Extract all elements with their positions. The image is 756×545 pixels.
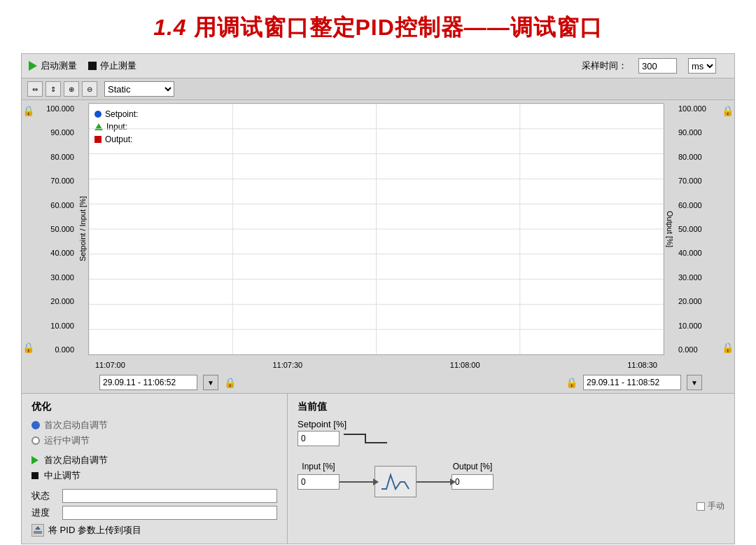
radio-first-start-label: 首次启动自调节 xyxy=(44,419,108,432)
stop-autotuning-button[interactable]: 中止调节 xyxy=(31,469,277,482)
optimization-panel: 优化 首次启动自调节 运行中调节 首次启动自调节 中止调节 xyxy=(22,394,288,544)
output-box: Output [%] 0 xyxy=(451,462,493,490)
output-value-box: 0 xyxy=(451,474,493,490)
date-end-lock-icon[interactable]: 🔒 xyxy=(566,377,578,388)
svg-marker-17 xyxy=(35,526,41,530)
manual-label: 手动 xyxy=(708,500,724,512)
date-start-dropdown-button[interactable]: ▼ xyxy=(203,375,218,390)
zoom-vertical-button[interactable]: ⇕ xyxy=(46,81,61,97)
chart-area: 🔒 🔒 100.000 90.000 80.000 70.000 60.000 … xyxy=(22,100,734,358)
input-arrow xyxy=(340,481,374,483)
y-axis-right: Output [%] 100.000 90.000 80.000 70.000 … xyxy=(664,103,734,355)
date-start-input[interactable] xyxy=(99,375,197,390)
status-field xyxy=(62,489,277,503)
upload-label: 将 PID 参数上传到项目 xyxy=(48,524,141,537)
radio-running-circle xyxy=(31,436,40,445)
play-icon xyxy=(29,61,37,71)
action-buttons: 首次启动自调节 中止调节 xyxy=(31,454,277,482)
setpoint-field-label: Setpoint [%] xyxy=(298,419,724,429)
y-axis-top-lock-icon[interactable]: 🔒 xyxy=(21,104,36,117)
main-panel: 启动测量 停止测量 采样时间： ms ⇔ ⇕ ⊕ ⊖ Static Dynami… xyxy=(21,53,735,544)
svg-rect-16 xyxy=(34,531,42,534)
optimization-title: 优化 xyxy=(31,401,277,413)
start-measurement-button[interactable]: 启动测量 xyxy=(29,60,77,72)
progress-row: 进度 xyxy=(31,506,277,520)
y-axis-right-label: Output [%] xyxy=(664,103,676,355)
radio-first-start-circle xyxy=(31,421,40,429)
io-diagram: Input [%] 0 xyxy=(298,453,724,497)
status-row: 状态 xyxy=(31,489,277,503)
stop-measurement-button[interactable]: 停止测量 xyxy=(88,60,136,72)
date-end-input[interactable] xyxy=(583,375,681,390)
chart-grid-svg xyxy=(89,104,664,354)
manual-checkbox-row: 手动 xyxy=(298,500,724,512)
y-axis-left-values: 100.000 90.000 80.000 70.000 60.000 50.0… xyxy=(34,103,77,355)
progress-field xyxy=(62,506,277,520)
input-value-box: 0 xyxy=(298,474,340,490)
radio-running[interactable]: 运行中调节 xyxy=(31,434,277,447)
radio-first-start[interactable]: 首次启动自调节 xyxy=(31,419,277,432)
current-values-title: 当前值 xyxy=(298,401,724,413)
radio-running-label: 运行中调节 xyxy=(44,434,90,447)
y-axis-right-bottom-lock-icon[interactable]: 🔒 xyxy=(720,341,735,354)
chart-plot: Setpoint: Input: Output: xyxy=(88,103,664,355)
output-field-label: Output [%] xyxy=(453,462,493,471)
x-axis-row: 11:07:00 11:07:30 11:08:00 11:08:30 xyxy=(22,358,734,372)
start-autotuning-icon xyxy=(31,456,38,464)
x-axis-labels: 11:07:00 11:07:30 11:08:00 11:08:30 xyxy=(88,359,664,371)
optimization-radio-group: 首次启动自调节 运行中调节 xyxy=(31,419,277,447)
sample-time-unit-select[interactable]: ms xyxy=(688,58,716,74)
stop-icon xyxy=(88,62,97,70)
current-values-panel: 当前值 Setpoint [%] 0 xyxy=(288,394,734,544)
start-btn-label: 启动测量 xyxy=(41,60,77,72)
stop-btn-label: 停止测量 xyxy=(100,60,136,72)
manual-checkbox[interactable] xyxy=(696,502,705,511)
zoom-out-button[interactable]: ⊖ xyxy=(82,81,97,97)
chart-toolbar: ⇔ ⇕ ⊕ ⊖ Static Dynamic xyxy=(22,78,734,100)
pid-controller-block xyxy=(374,466,416,497)
y-axis-bottom-lock-icon[interactable]: 🔒 xyxy=(21,341,36,354)
start-autotuning-label: 首次启动自调节 xyxy=(44,454,108,467)
sample-time-label: 采样时间： xyxy=(582,60,627,72)
title-prefix: 1.4 xyxy=(153,15,186,40)
status-label: 状态 xyxy=(31,490,57,502)
output-arrow xyxy=(416,481,451,483)
chart-mode-select[interactable]: Static Dynamic xyxy=(104,81,174,97)
start-autotuning-button[interactable]: 首次启动自调节 xyxy=(31,454,277,467)
y-axis-left: 🔒 🔒 100.000 90.000 80.000 70.000 60.000 … xyxy=(22,103,88,355)
zoom-in-button[interactable]: ⊕ xyxy=(64,81,79,97)
date-start-lock-icon[interactable]: 🔒 xyxy=(224,377,236,388)
upload-icon xyxy=(31,524,44,537)
date-range-row: ▼ 🔒 🔒 ▼ xyxy=(22,372,734,393)
upload-params-button[interactable]: 将 PID 参数上传到项目 xyxy=(31,524,277,537)
y-axis-left-label: Setpoint / Input [%] xyxy=(77,103,88,355)
sample-time-input[interactable] xyxy=(638,58,677,74)
y-axis-right-values: 100.000 90.000 80.000 70.000 60.000 50.0… xyxy=(676,103,721,355)
y-axis-right-top-lock-icon[interactable]: 🔒 xyxy=(720,104,735,117)
page-title: 1.4 用调试窗口整定PID控制器——调试窗口 xyxy=(0,0,756,53)
input-field-label: Input [%] xyxy=(302,462,335,471)
zoom-horizontal-button[interactable]: ⇔ xyxy=(27,81,43,97)
input-box: Input [%] 0 xyxy=(298,462,340,490)
date-end-dropdown-button[interactable]: ▼ xyxy=(687,375,702,390)
title-text: 用调试窗口整定PID控制器——调试窗口 xyxy=(187,15,603,40)
setpoint-value-box: 0 xyxy=(298,431,340,446)
stop-autotuning-label: 中止调节 xyxy=(44,469,80,482)
stop-autotuning-icon xyxy=(31,472,38,479)
progress-label: 进度 xyxy=(31,506,57,519)
toolbar: 启动测量 停止测量 采样时间： ms xyxy=(22,54,734,78)
bottom-row: 优化 首次启动自调节 运行中调节 首次启动自调节 中止调节 xyxy=(22,393,734,544)
